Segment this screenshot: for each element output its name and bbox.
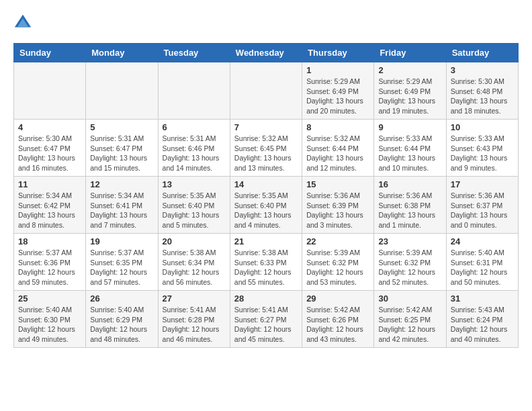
day-info: Sunrise: 5:33 AM Sunset: 6:44 PM Dayligh… bbox=[378, 134, 441, 173]
day-number: 7 bbox=[234, 122, 298, 132]
day-info: Sunrise: 5:36 AM Sunset: 6:37 PM Dayligh… bbox=[451, 191, 514, 230]
calendar-cell: 21Sunrise: 5:38 AM Sunset: 6:33 PM Dayli… bbox=[230, 234, 302, 291]
day-info: Sunrise: 5:32 AM Sunset: 6:45 PM Dayligh… bbox=[234, 134, 298, 173]
day-number: 9 bbox=[378, 122, 441, 132]
weekday-header-thursday: Thursday bbox=[302, 44, 374, 62]
day-info: Sunrise: 5:35 AM Sunset: 6:40 PM Dayligh… bbox=[163, 191, 226, 230]
day-number: 16 bbox=[378, 179, 441, 189]
day-info: Sunrise: 5:41 AM Sunset: 6:27 PM Dayligh… bbox=[234, 305, 298, 345]
day-number: 28 bbox=[234, 293, 298, 304]
day-number: 10 bbox=[451, 122, 514, 132]
calendar-cell: 11Sunrise: 5:34 AM Sunset: 6:42 PM Dayli… bbox=[14, 177, 86, 234]
calendar-cell: 5Sunrise: 5:31 AM Sunset: 6:47 PM Daylig… bbox=[86, 120, 158, 177]
calendar-cell: 13Sunrise: 5:35 AM Sunset: 6:40 PM Dayli… bbox=[158, 177, 230, 234]
calendar-cell: 19Sunrise: 5:37 AM Sunset: 6:35 PM Dayli… bbox=[86, 234, 158, 291]
week-row-4: 18Sunrise: 5:37 AM Sunset: 6:36 PM Dayli… bbox=[14, 234, 519, 291]
day-number: 26 bbox=[90, 293, 153, 304]
day-info: Sunrise: 5:42 AM Sunset: 6:26 PM Dayligh… bbox=[306, 305, 369, 345]
calendar-cell: 18Sunrise: 5:37 AM Sunset: 6:36 PM Dayli… bbox=[14, 234, 86, 291]
week-row-3: 11Sunrise: 5:34 AM Sunset: 6:42 PM Dayli… bbox=[14, 177, 519, 234]
calendar-cell bbox=[158, 62, 230, 120]
day-number: 13 bbox=[163, 179, 226, 189]
page-header bbox=[13, 13, 519, 32]
day-number: 6 bbox=[163, 122, 226, 132]
day-info: Sunrise: 5:30 AM Sunset: 6:47 PM Dayligh… bbox=[18, 134, 81, 173]
week-row-1: 1Sunrise: 5:29 AM Sunset: 6:49 PM Daylig… bbox=[14, 62, 519, 120]
day-number: 4 bbox=[18, 122, 81, 132]
day-number: 30 bbox=[378, 293, 441, 304]
day-number: 8 bbox=[306, 122, 369, 132]
calendar-cell: 20Sunrise: 5:38 AM Sunset: 6:34 PM Dayli… bbox=[158, 234, 230, 291]
day-info: Sunrise: 5:36 AM Sunset: 6:39 PM Dayligh… bbox=[306, 191, 369, 230]
calendar-cell: 17Sunrise: 5:36 AM Sunset: 6:37 PM Dayli… bbox=[446, 177, 518, 234]
calendar-cell: 14Sunrise: 5:35 AM Sunset: 6:40 PM Dayli… bbox=[230, 177, 302, 234]
day-info: Sunrise: 5:35 AM Sunset: 6:40 PM Dayligh… bbox=[234, 191, 298, 230]
day-info: Sunrise: 5:39 AM Sunset: 6:32 PM Dayligh… bbox=[306, 248, 369, 287]
day-info: Sunrise: 5:34 AM Sunset: 6:42 PM Dayligh… bbox=[18, 191, 81, 230]
logo-icon bbox=[13, 13, 32, 32]
calendar-cell: 26Sunrise: 5:40 AM Sunset: 6:29 PM Dayli… bbox=[86, 291, 158, 348]
calendar-cell: 23Sunrise: 5:39 AM Sunset: 6:32 PM Dayli… bbox=[374, 234, 446, 291]
weekday-header-saturday: Saturday bbox=[446, 44, 518, 62]
day-info: Sunrise: 5:40 AM Sunset: 6:30 PM Dayligh… bbox=[18, 305, 81, 345]
day-info: Sunrise: 5:41 AM Sunset: 6:28 PM Dayligh… bbox=[163, 305, 226, 345]
weekday-header-monday: Monday bbox=[86, 44, 158, 62]
day-number: 14 bbox=[234, 179, 298, 189]
day-number: 15 bbox=[306, 179, 369, 189]
calendar-cell: 8Sunrise: 5:32 AM Sunset: 6:44 PM Daylig… bbox=[302, 120, 374, 177]
calendar-cell: 24Sunrise: 5:40 AM Sunset: 6:31 PM Dayli… bbox=[446, 234, 518, 291]
calendar-cell bbox=[230, 62, 302, 120]
calendar-cell: 28Sunrise: 5:41 AM Sunset: 6:27 PM Dayli… bbox=[230, 291, 302, 348]
calendar-cell: 30Sunrise: 5:42 AM Sunset: 6:25 PM Dayli… bbox=[374, 291, 446, 348]
day-info: Sunrise: 5:37 AM Sunset: 6:35 PM Dayligh… bbox=[90, 248, 153, 287]
calendar-cell: 7Sunrise: 5:32 AM Sunset: 6:45 PM Daylig… bbox=[230, 120, 302, 177]
calendar-cell: 25Sunrise: 5:40 AM Sunset: 6:30 PM Dayli… bbox=[14, 291, 86, 348]
day-number: 18 bbox=[18, 236, 81, 246]
weekday-header-friday: Friday bbox=[374, 44, 446, 62]
calendar-cell: 2Sunrise: 5:29 AM Sunset: 6:49 PM Daylig… bbox=[374, 62, 446, 120]
day-info: Sunrise: 5:40 AM Sunset: 6:31 PM Dayligh… bbox=[451, 248, 514, 287]
day-info: Sunrise: 5:43 AM Sunset: 6:24 PM Dayligh… bbox=[451, 305, 514, 345]
day-info: Sunrise: 5:38 AM Sunset: 6:33 PM Dayligh… bbox=[234, 248, 298, 287]
day-number: 29 bbox=[306, 293, 369, 304]
week-row-5: 25Sunrise: 5:40 AM Sunset: 6:30 PM Dayli… bbox=[14, 291, 519, 348]
weekday-header-wednesday: Wednesday bbox=[230, 44, 302, 62]
day-number: 25 bbox=[18, 293, 81, 304]
day-info: Sunrise: 5:40 AM Sunset: 6:29 PM Dayligh… bbox=[90, 305, 153, 345]
calendar-cell: 27Sunrise: 5:41 AM Sunset: 6:28 PM Dayli… bbox=[158, 291, 230, 348]
day-number: 27 bbox=[163, 293, 226, 304]
day-info: Sunrise: 5:29 AM Sunset: 6:49 PM Dayligh… bbox=[306, 77, 369, 116]
calendar-cell: 1Sunrise: 5:29 AM Sunset: 6:49 PM Daylig… bbox=[302, 62, 374, 120]
day-number: 2 bbox=[378, 65, 441, 75]
weekday-header-tuesday: Tuesday bbox=[158, 44, 230, 62]
day-number: 24 bbox=[451, 236, 514, 246]
calendar-cell bbox=[14, 62, 86, 120]
day-number: 20 bbox=[163, 236, 226, 246]
weekday-header-sunday: Sunday bbox=[14, 44, 86, 62]
calendar-cell: 10Sunrise: 5:33 AM Sunset: 6:43 PM Dayli… bbox=[446, 120, 518, 177]
weekday-header-row: SundayMondayTuesdayWednesdayThursdayFrid… bbox=[14, 44, 519, 62]
day-info: Sunrise: 5:34 AM Sunset: 6:41 PM Dayligh… bbox=[90, 191, 153, 230]
day-number: 1 bbox=[306, 65, 369, 75]
calendar-cell: 3Sunrise: 5:30 AM Sunset: 6:48 PM Daylig… bbox=[446, 62, 518, 120]
day-info: Sunrise: 5:42 AM Sunset: 6:25 PM Dayligh… bbox=[378, 305, 441, 345]
day-info: Sunrise: 5:29 AM Sunset: 6:49 PM Dayligh… bbox=[378, 77, 441, 116]
calendar-cell: 22Sunrise: 5:39 AM Sunset: 6:32 PM Dayli… bbox=[302, 234, 374, 291]
logo bbox=[13, 13, 36, 32]
week-row-2: 4Sunrise: 5:30 AM Sunset: 6:47 PM Daylig… bbox=[14, 120, 519, 177]
day-number: 11 bbox=[18, 179, 81, 189]
day-info: Sunrise: 5:31 AM Sunset: 6:47 PM Dayligh… bbox=[90, 134, 153, 173]
calendar-cell: 6Sunrise: 5:31 AM Sunset: 6:46 PM Daylig… bbox=[158, 120, 230, 177]
day-info: Sunrise: 5:32 AM Sunset: 6:44 PM Dayligh… bbox=[306, 134, 369, 173]
calendar-cell: 9Sunrise: 5:33 AM Sunset: 6:44 PM Daylig… bbox=[374, 120, 446, 177]
day-number: 5 bbox=[90, 122, 153, 132]
day-info: Sunrise: 5:36 AM Sunset: 6:38 PM Dayligh… bbox=[378, 191, 441, 230]
day-number: 12 bbox=[90, 179, 153, 189]
day-info: Sunrise: 5:31 AM Sunset: 6:46 PM Dayligh… bbox=[163, 134, 226, 173]
day-info: Sunrise: 5:39 AM Sunset: 6:32 PM Dayligh… bbox=[378, 248, 441, 287]
calendar-cell: 31Sunrise: 5:43 AM Sunset: 6:24 PM Dayli… bbox=[446, 291, 518, 348]
day-number: 23 bbox=[378, 236, 441, 246]
calendar-cell: 29Sunrise: 5:42 AM Sunset: 6:26 PM Dayli… bbox=[302, 291, 374, 348]
day-number: 22 bbox=[306, 236, 369, 246]
day-number: 17 bbox=[451, 179, 514, 189]
